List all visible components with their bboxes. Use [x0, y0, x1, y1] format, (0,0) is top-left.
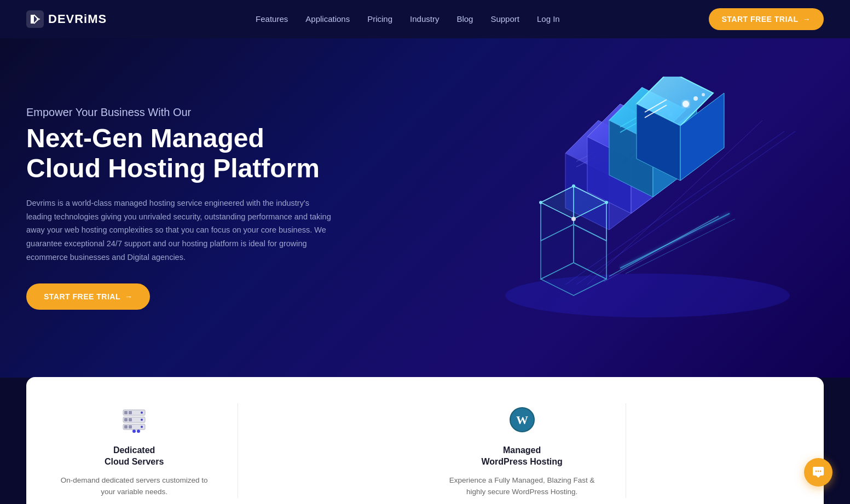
hero-cta-arrow: →: [125, 292, 133, 301]
feature-desc-dedicated: On-demand dedicated servers customized t…: [53, 474, 216, 498]
feature-desc-wordpress: Experience a Fully Managed, Blazing Fast…: [441, 474, 604, 498]
feature-title-wordpress: ManagedWordPress Hosting: [482, 445, 563, 468]
chat-button[interactable]: [804, 458, 832, 486]
feature-dedicated-servers: DedicatedCloud Servers On-demand dedicat…: [44, 403, 224, 498]
nav-features[interactable]: Features: [256, 14, 288, 24]
svg-text:W: W: [516, 413, 528, 427]
svg-point-37: [141, 419, 143, 421]
svg-point-17: [693, 96, 698, 101]
feature-divider-2: [626, 403, 626, 498]
svg-rect-0: [26, 10, 44, 28]
nav-applications[interactable]: Applications: [305, 14, 350, 24]
hero-title: Next-Gen Managed Cloud Hosting Platform: [26, 123, 333, 183]
svg-point-61: [816, 471, 817, 472]
nav-support[interactable]: Support: [490, 14, 519, 24]
hero-section: Empower Your Business With Our Next-Gen …: [0, 38, 850, 378]
svg-point-25: [571, 217, 576, 221]
chat-icon: [812, 466, 825, 479]
nav-menu: Features Applications Pricing Industry B…: [256, 14, 560, 24]
svg-line-26: [620, 213, 730, 268]
hero-cta-button[interactable]: START FREE TRIAL →: [26, 283, 150, 310]
nav-pricing[interactable]: Pricing: [367, 14, 392, 24]
svg-point-22: [572, 184, 575, 188]
hero-content: Empower Your Business With Our Next-Gen …: [26, 106, 333, 310]
svg-point-16: [683, 101, 689, 107]
svg-point-33: [141, 412, 143, 414]
svg-point-24: [605, 201, 608, 204]
svg-point-41: [141, 426, 143, 428]
dedicated-servers-icon: [118, 403, 151, 436]
svg-point-62: [818, 471, 819, 472]
brand-logo[interactable]: DEVRiMS: [26, 10, 107, 28]
brand-icon: [26, 10, 44, 28]
navbar: DEVRiMS Features Applications Pricing In…: [0, 0, 850, 38]
brand-name: DEVRiMS: [48, 12, 107, 26]
feature-divider-1: [238, 403, 238, 498]
nav-cta-label: START FREE TRIAL: [722, 15, 799, 24]
svg-point-23: [539, 201, 542, 204]
feature-title-dedicated: DedicatedCloud Servers: [105, 445, 164, 468]
nav-blog[interactable]: Blog: [456, 14, 473, 24]
hero-cta-label: START FREE TRIAL: [44, 292, 120, 301]
svg-rect-39: [124, 425, 128, 428]
nav-cta-button[interactable]: START FREE TRIAL →: [709, 8, 824, 30]
svg-point-42: [132, 430, 136, 433]
hero-subtitle: Empower Your Business With Our: [26, 106, 333, 119]
wordpress-icon: W: [506, 403, 539, 436]
svg-point-63: [820, 471, 822, 472]
svg-rect-32: [129, 411, 132, 414]
nav-industry[interactable]: Industry: [410, 14, 439, 24]
svg-point-43: [137, 430, 140, 433]
feature-wordpress: W ManagedWordPress Hosting Experience a …: [432, 403, 612, 498]
svg-point-18: [702, 93, 705, 96]
svg-rect-40: [129, 425, 132, 428]
svg-line-28: [609, 216, 719, 276]
hero-description: Devrims is a world-class managed hosting…: [26, 196, 333, 264]
svg-line-27: [626, 219, 735, 274]
nav-login[interactable]: Log In: [537, 14, 560, 24]
svg-rect-31: [124, 411, 128, 414]
svg-rect-36: [129, 418, 132, 421]
server-svg: [456, 77, 839, 350]
hero-illustration: [456, 77, 839, 350]
nav-cta-arrow: →: [802, 15, 811, 24]
svg-rect-35: [124, 418, 128, 421]
features-strip: DedicatedCloud Servers On-demand dedicat…: [26, 377, 824, 504]
